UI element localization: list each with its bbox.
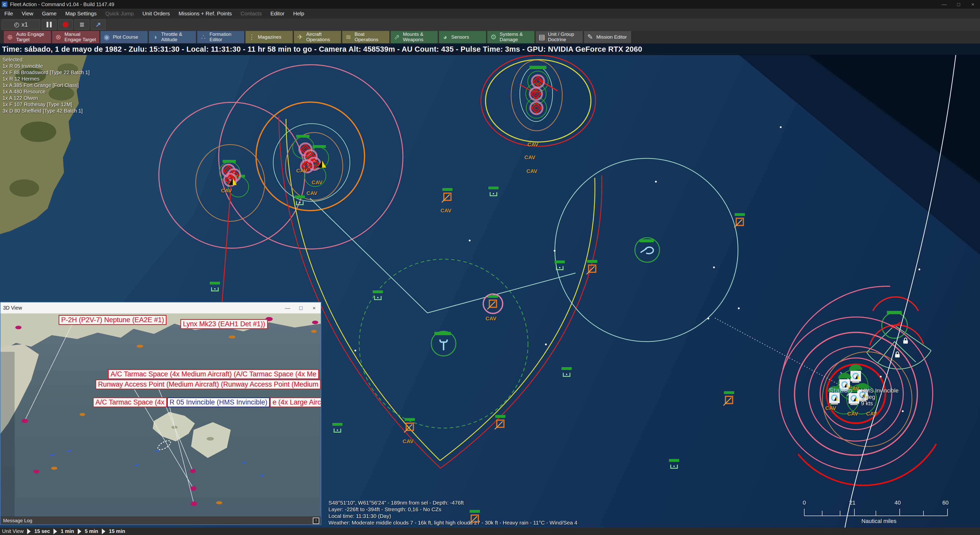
time-compression-value: x1: [21, 21, 28, 28]
throttle-label: Throttle & Altitude: [161, 32, 194, 42]
view-mode-label[interactable]: Unit View: [2, 529, 24, 534]
menu-view[interactable]: View: [18, 9, 38, 18]
systems-damage-label: Systems & Damage: [500, 32, 532, 42]
view3d-connector-lines: [25, 320, 269, 504]
menu-unit-orders[interactable]: Unit Orders: [138, 9, 174, 18]
contact-label-cav: CAV: [221, 188, 232, 194]
magazines-icon: ⋮: [248, 33, 256, 41]
speed-toolbar: ◴ x1 ≣ ↗: [0, 18, 980, 31]
auto-engage-label: Auto Engage Target: [16, 32, 49, 42]
magazines-button[interactable]: ⋮Magazines: [245, 31, 293, 43]
app-icon: C: [2, 2, 7, 7]
unit-group-doctrine-button[interactable]: ▤Unit / Group Doctrine: [535, 31, 583, 43]
time-step-1min[interactable]: 1 min: [60, 529, 74, 534]
mounts-weapons-button[interactable]: ⇗Mounts & Weapons: [390, 31, 438, 43]
status-local-time: Local time: 11:31:30 (Day): [328, 513, 578, 519]
message-log-label: Message Log: [3, 518, 32, 524]
auto-engage-icon: ⊕: [6, 33, 14, 41]
auto-engage-target-button[interactable]: ⊕Auto Engage Target: [3, 31, 51, 43]
unit-info-label: HMS Invincible 5 deg 9 kts: [861, 387, 899, 406]
message-log-expand-icon[interactable]: ↑: [313, 517, 319, 524]
trident-contact[interactable]: [431, 331, 456, 356]
view3d-friendly-aircraft: [49, 449, 264, 476]
scale-tick-40: 40: [894, 500, 901, 506]
aircraft-operations-button[interactable]: ✈Aircraft Operations: [294, 31, 341, 43]
view3d-scene[interactable]: P-2H (P2V-7) Neptune (EA2E #1) Lynx Mk23…: [0, 314, 321, 517]
map-layers-button[interactable]: ≣: [75, 19, 89, 30]
formation-label: Formation Editor: [210, 32, 242, 42]
selected-unit: 1x A 480 Resource: [3, 89, 89, 95]
menu-file[interactable]: File: [0, 9, 18, 18]
menu-contacts: Contacts: [236, 9, 266, 18]
label-tarmac-2[interactable]: A/C Tarmac Space (4x: [93, 397, 167, 407]
contact-label-cav: CAV: [847, 411, 858, 417]
view3d-title-bar[interactable]: 3D View — □ ×: [0, 303, 321, 314]
aircraft-ops-label: Aircraft Operations: [306, 32, 339, 42]
minimize-icon[interactable]: —: [937, 0, 951, 9]
menu-help[interactable]: Help: [289, 9, 309, 18]
manual-engage-target-button[interactable]: ⊗Manual Engage Target: [52, 31, 100, 43]
label-tarmac-1[interactable]: A/C Tarmac Space (4x Medium Aircraft) (A…: [108, 369, 319, 379]
submarine-contact[interactable]: [635, 238, 659, 262]
maximize-icon[interactable]: □: [951, 0, 966, 9]
contact-label-cav: CAV: [527, 168, 538, 174]
record-button[interactable]: [58, 19, 73, 30]
time-step-15min[interactable]: 15 min: [109, 529, 125, 534]
time-step-arrow-icon[interactable]: [27, 529, 31, 534]
mounts-weapons-icon: ⇗: [393, 33, 401, 41]
selected-unit: 2x F 88 Broadsword [Type 22 Batch 1]: [3, 69, 89, 76]
view3d-close-icon[interactable]: ×: [307, 303, 321, 314]
selected-unit: 1x A 385 Fort Grange [Fort Class]: [3, 82, 89, 89]
status-position: S48°51'10", W61°56'24" - 189nm from sel …: [328, 500, 578, 506]
selected-unit: 1x R 05 Invincible: [3, 63, 89, 69]
tactical-map[interactable]: Selected: 1x R 05 Invincible 2x F 88 Bro…: [0, 55, 980, 528]
pause-button[interactable]: [42, 19, 57, 30]
time-step-5min[interactable]: 5 min: [85, 529, 98, 534]
label-invincible[interactable]: R 05 Invincible (HMS Invincible): [167, 397, 270, 407]
sensors-button[interactable]: ◕Sensors: [439, 31, 486, 43]
time-step-arrow-icon[interactable]: [102, 529, 105, 534]
message-log-bar[interactable]: Message Log ↑: [0, 517, 321, 524]
label-runway[interactable]: Runway Access Point (Medium Aircraft) (R…: [95, 379, 321, 389]
unit-info-course: 5 deg: [861, 394, 899, 400]
view3d-window[interactable]: 3D View — □ ×: [0, 302, 321, 525]
view3d-minimize-icon[interactable]: —: [281, 303, 294, 314]
plot-course-label: Plot Course: [113, 35, 138, 40]
command-app-window: C Fleet Action - Command v1.04 - Build 1…: [0, 0, 980, 535]
aircraft-ops-icon: ✈: [296, 33, 304, 41]
menu-map-settings[interactable]: Map Settings: [61, 9, 101, 18]
scale-tick-0: 0: [803, 500, 806, 506]
time-compression-button[interactable]: ◴ x1: [2, 19, 40, 30]
hostile-group-north[interactable]: [481, 55, 595, 146]
status-layer: Layer: -226ft to -394ft - Strength: 0,16…: [328, 506, 578, 513]
view3d-maximize-icon[interactable]: □: [294, 303, 307, 314]
label-neptune[interactable]: P-2H (P2V-7) Neptune (EA2E #1): [59, 315, 167, 325]
menu-missions-ref-points[interactable]: Missions + Ref. Points: [174, 9, 236, 18]
boat-ops-icon: ≋: [344, 33, 353, 41]
menu-editor[interactable]: Editor: [266, 9, 289, 18]
label-tarmac-3[interactable]: e (4x Large Airc: [270, 397, 321, 407]
mounts-weapons-label: Mounts & Weapons: [403, 32, 436, 42]
bottom-bar: Unit View 15 sec 1 min 5 min 15 min: [0, 528, 980, 535]
contact-label-cav: CAV: [485, 315, 496, 322]
boat-operations-button[interactable]: ≋Boat Operations: [342, 31, 390, 43]
time-step-15sec[interactable]: 15 sec: [34, 529, 50, 534]
label-lynx[interactable]: Lynx Mk23 (EAH1 Det #1)): [180, 319, 268, 329]
close-icon[interactable]: ×: [966, 0, 980, 9]
mission-editor-button[interactable]: ✎Mission Editor: [584, 31, 632, 43]
time-step-arrow-icon[interactable]: [78, 529, 81, 534]
jump-button[interactable]: ↗: [91, 19, 106, 30]
systems-damage-button[interactable]: ⚙Systems & Damage: [487, 31, 535, 43]
unit-info-speed: 9 kts: [861, 400, 899, 406]
magazines-label: Magazines: [258, 35, 282, 40]
contact-label-cav: CAV: [312, 179, 323, 185]
throttle-altitude-button[interactable]: ◑Throttle & Altitude: [149, 31, 196, 43]
view3d-track-loop: [157, 439, 172, 452]
plot-course-button[interactable]: ◉Plot Course: [100, 31, 148, 43]
formation-editor-button[interactable]: ∴Formation Editor: [197, 31, 245, 43]
menu-game[interactable]: Game: [38, 9, 61, 18]
window-title: Fleet Action - Command v1.04 - Build 114…: [10, 2, 115, 7]
view3d-title: 3D View: [3, 305, 22, 311]
contact-label-cav: CAV: [825, 405, 836, 411]
time-step-arrow-icon[interactable]: [54, 529, 57, 534]
